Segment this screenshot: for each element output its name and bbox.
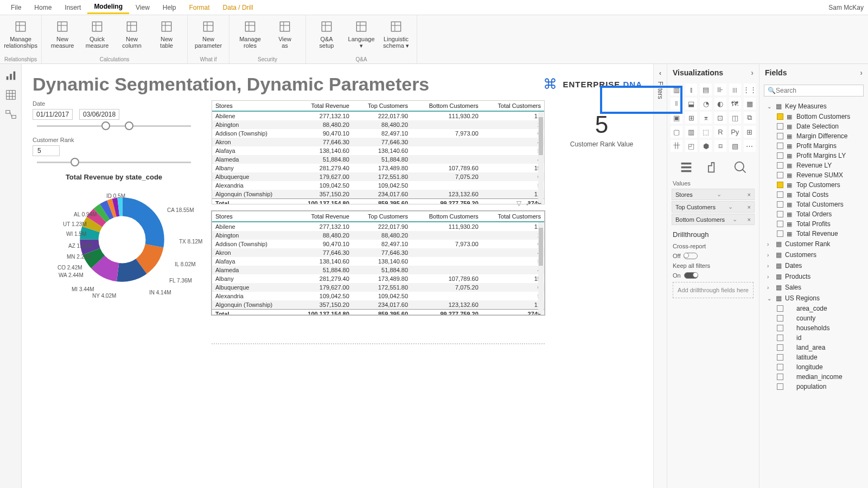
collapse-viz-icon[interactable]: › [751, 68, 754, 77]
field-item[interactable]: ▦Profit Margins [762, 141, 866, 151]
viz-type-icon[interactable]: ▣ [671, 112, 682, 124]
viz-type-icon[interactable]: ⬚ [700, 126, 712, 138]
user-name[interactable]: Sam McKay [828, 4, 864, 11]
checkbox[interactable] [777, 335, 783, 341]
table-row[interactable]: Abington88,480.2088,480.202 [212, 231, 544, 240]
viz-type-icon[interactable]: R [714, 126, 726, 138]
column-header[interactable]: Total Customers [482, 101, 544, 111]
table-row[interactable]: Albuquerque179,627.00172,551.807,075.206 [212, 283, 544, 292]
viz-type-icon[interactable]: ◰ [685, 140, 697, 152]
cross-report-toggle[interactable] [684, 253, 698, 259]
column-header[interactable]: Total Customers [482, 211, 544, 222]
table-row[interactable]: Alameda51,884.8051,884.804 [212, 266, 544, 274]
menu-insert[interactable]: Insert [58, 2, 87, 14]
field-item[interactable]: ▦Date Selection [762, 121, 866, 131]
report-view-icon[interactable] [5, 69, 17, 81]
table-row[interactable]: Alexandria109,042.50109,042.505 [212, 292, 544, 300]
table-row[interactable]: Algonquin (Township)357,150.20234,017.60… [212, 190, 544, 199]
field-item[interactable]: median_income [762, 372, 866, 382]
ribbon-button[interactable]: Q&Asetup [310, 17, 343, 50]
viz-type-icon[interactable]: 🗺 [729, 98, 741, 110]
model-view-icon[interactable] [5, 108, 17, 120]
checkbox[interactable] [777, 191, 783, 198]
field-item[interactable]: latitude [762, 352, 866, 362]
scrollbar[interactable] [538, 222, 544, 314]
table-row[interactable]: Algonquin (Township)357,150.20234,017.60… [212, 300, 544, 310]
checkbox[interactable] [777, 211, 783, 217]
checkbox[interactable] [777, 172, 783, 178]
table-row[interactable]: Akron77,646.3077,646.304 [212, 138, 544, 146]
checkbox[interactable] [777, 374, 783, 380]
donut-visual[interactable]: Total Revenue by state_code [33, 173, 195, 299]
field-item[interactable]: ▦Total Customers [762, 200, 866, 209]
field-item[interactable]: longitude [762, 362, 866, 372]
chevron-down-icon[interactable]: ⌄ [732, 216, 737, 223]
fields-search[interactable]: 🔍 [764, 85, 864, 97]
column-header[interactable]: Total Revenue [292, 211, 352, 222]
field-item[interactable]: ▦Total Revenue [762, 229, 866, 239]
column-header[interactable]: Bottom Customers [411, 211, 482, 222]
table-row[interactable]: Abilene277,132.10222,017.90111,930.2011 [212, 111, 544, 120]
filter-icon[interactable]: ▽ [516, 200, 521, 207]
checkbox[interactable] [777, 305, 783, 312]
collapse-fields-icon[interactable]: › [860, 68, 863, 77]
remove-icon[interactable]: × [748, 216, 751, 223]
rank-value[interactable]: 5 [33, 145, 60, 156]
viz-type-icon[interactable]: ▥ [671, 84, 682, 95]
chevron-down-icon[interactable]: ⌄ [717, 191, 722, 198]
field-item[interactable]: ▦Total Orders [762, 209, 866, 219]
field-table[interactable]: ⌄▦US Regions [762, 293, 866, 304]
menu-help[interactable]: Help [156, 2, 183, 14]
checkbox[interactable] [777, 383, 783, 390]
ribbon-button[interactable]: Quickmeasure [81, 17, 113, 50]
viz-type-icon[interactable]: ⬓ [685, 98, 697, 110]
viz-type-icon[interactable]: ▧ [729, 140, 741, 152]
ribbon-button[interactable]: Linguisticschema ▾ [380, 17, 412, 50]
checkbox[interactable] [777, 113, 783, 120]
table-row[interactable]: Addison (Township)90,470.1082,497.107,97… [212, 129, 544, 138]
ribbon-button[interactable]: Language▾ [345, 17, 378, 50]
viz-type-icon[interactable]: ⫴ [671, 98, 682, 110]
column-header[interactable]: Top Customers [353, 211, 411, 222]
chevron-down-icon[interactable]: ⌄ [728, 203, 733, 210]
table-visual-1[interactable]: StoresTotal RevenueTop CustomersBottom C… [212, 100, 545, 204]
search-input[interactable] [776, 87, 860, 94]
checkbox[interactable] [777, 123, 783, 130]
field-item[interactable]: population [762, 382, 866, 391]
viz-type-icon[interactable]: Py [729, 126, 741, 138]
menu-home[interactable]: Home [28, 2, 58, 14]
column-header[interactable]: Top Customers [353, 101, 411, 111]
viz-type-icon[interactable]: ▤ [700, 84, 712, 95]
ribbon-button[interactable]: Newmeasure [46, 17, 79, 50]
rank-slider[interactable] [37, 162, 191, 163]
viz-type-icon[interactable]: ⊡ [714, 112, 726, 124]
viz-type-icon[interactable]: 卄 [671, 140, 682, 152]
table-row[interactable]: Albany281,279.40173,489.80107,789.6015 [212, 274, 544, 283]
checkbox[interactable] [777, 133, 783, 139]
table-row[interactable]: Alafaya138,140.60138,140.605 [212, 257, 544, 266]
menu-file[interactable]: File [4, 2, 28, 14]
ribbon-button[interactable]: Manageroles [234, 17, 266, 50]
checkbox[interactable] [777, 152, 783, 159]
table-row[interactable]: Albany281,279.40173,489.80107,789.6015 [212, 164, 544, 172]
scrollbar[interactable] [538, 112, 544, 203]
field-item[interactable]: ▦Margin Difference [762, 131, 866, 141]
viz-type-icon[interactable]: ◫ [729, 112, 741, 124]
field-table[interactable]: ›▦Sales [762, 282, 866, 293]
column-header[interactable]: Bottom Customers [411, 101, 482, 111]
more-icon[interactable]: ⋯ [535, 200, 542, 207]
field-table[interactable]: ›▦Products [762, 271, 866, 282]
field-item[interactable]: id [762, 333, 866, 343]
analytics-tab-icon[interactable] [732, 159, 748, 175]
field-item[interactable]: ▦Total Costs [762, 190, 866, 200]
checkbox[interactable] [777, 344, 783, 351]
field-item[interactable]: ▦Bottom Customers [762, 112, 866, 121]
field-item[interactable]: households [762, 323, 866, 333]
field-item[interactable]: ▦Top Customers [762, 180, 866, 190]
ribbon-button[interactable]: Managerelationships [4, 17, 37, 50]
value-well[interactable]: Bottom Customers⌄× [672, 214, 755, 225]
checkbox[interactable] [777, 162, 783, 169]
viz-type-icon[interactable]: ⬢ [700, 140, 712, 152]
viz-type-icon[interactable]: ⫼ [729, 84, 741, 95]
menu-view[interactable]: View [129, 2, 156, 14]
